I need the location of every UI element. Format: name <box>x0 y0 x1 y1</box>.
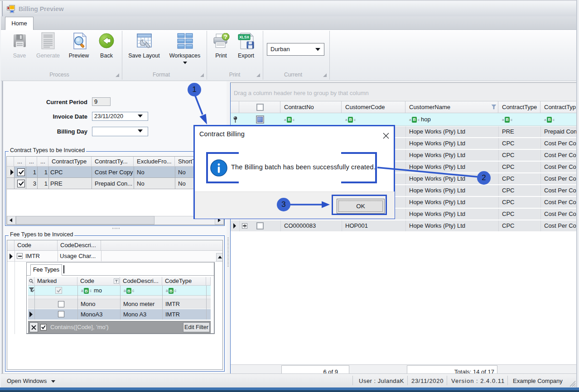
svg-text:?: ? <box>224 33 227 40</box>
svg-text:XLSX: XLSX <box>239 35 250 39</box>
